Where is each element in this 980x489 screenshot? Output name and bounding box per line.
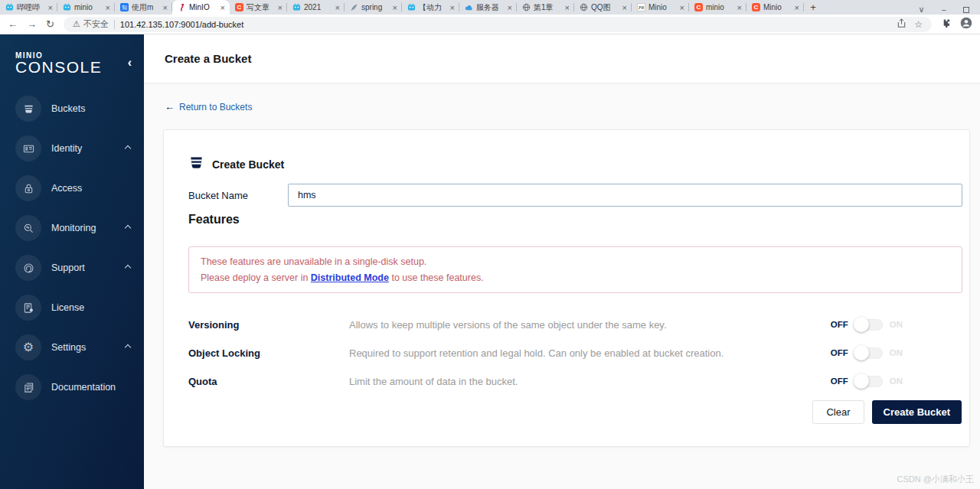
close-icon[interactable]: × xyxy=(737,3,743,12)
forward-button[interactable]: → xyxy=(27,18,37,30)
close-icon[interactable]: × xyxy=(47,3,54,12)
bucket-name-input[interactable] xyxy=(288,184,962,207)
chevron-up-icon xyxy=(125,145,131,152)
sidebar-collapse-icon[interactable]: ‹ xyxy=(128,56,132,70)
toggle-knob xyxy=(854,317,869,332)
back-arrow-icon: ← xyxy=(165,101,175,112)
create-bucket-button[interactable]: Create Bucket xyxy=(872,400,962,424)
tab-title: 【动力 xyxy=(419,2,446,13)
browser-tab[interactable]: C Minio × xyxy=(746,0,804,15)
close-icon[interactable]: × xyxy=(507,3,513,12)
close-icon[interactable]: × xyxy=(449,3,456,12)
zhihu-icon: 知 xyxy=(120,3,129,11)
monitoring-icon xyxy=(15,215,41,241)
bilibili-icon xyxy=(407,3,416,11)
browser-tab[interactable]: F8 Minio × xyxy=(632,0,689,15)
section-title: Create Bucket xyxy=(212,158,284,171)
main-content: Create a Bucket ← Return to Buckets Crea… xyxy=(144,34,980,489)
browser-tab[interactable]: QQ图 × xyxy=(574,0,632,15)
share-icon[interactable] xyxy=(897,18,906,30)
avatar[interactable] xyxy=(960,17,972,32)
sidebar-item-access[interactable]: Access xyxy=(0,168,144,208)
csdn-icon: C xyxy=(235,3,243,11)
sidebar-item-buckets[interactable]: Buckets xyxy=(0,89,144,129)
close-icon[interactable]: × xyxy=(162,3,168,12)
sidebar-item-support[interactable]: Support xyxy=(0,248,144,288)
close-icon[interactable]: × xyxy=(335,3,341,12)
warning-line-1: These features are unavailable in a sing… xyxy=(201,254,950,270)
license-icon xyxy=(15,295,41,321)
support-icon xyxy=(15,255,41,281)
bilibili-icon xyxy=(5,3,14,11)
close-icon[interactable]: × xyxy=(392,3,398,12)
quota-toggle[interactable] xyxy=(855,376,883,387)
sidebar-item-documentation[interactable]: Documentation xyxy=(0,367,144,407)
tab-title: Minio xyxy=(648,3,676,11)
close-icon[interactable]: × xyxy=(794,3,800,12)
close-icon[interactable]: × xyxy=(679,3,685,12)
close-icon[interactable]: × xyxy=(622,3,628,12)
browser-tab-active[interactable]: MinIO × xyxy=(172,0,230,15)
close-icon[interactable]: × xyxy=(277,3,283,12)
sidebar-item-label: License xyxy=(51,302,84,313)
browser-tab[interactable]: 第1章 × xyxy=(517,0,574,15)
browser-tab[interactable]: 知 使用m × xyxy=(115,0,172,15)
extensions-puzzle-icon[interactable] xyxy=(941,18,951,31)
reload-button[interactable]: ↻ xyxy=(46,18,54,30)
browser-tab[interactable]: minio × xyxy=(57,0,115,15)
toggle-on-label: ON xyxy=(890,377,903,386)
restore-window-button[interactable] xyxy=(963,7,969,13)
toggle-on-label: ON xyxy=(890,348,903,357)
sidebar-item-label: Buckets xyxy=(51,103,85,114)
toggle-off-label: OFF xyxy=(831,320,848,329)
page-title: Create a Bucket xyxy=(165,52,251,65)
tab-title: QQ图 xyxy=(591,2,619,13)
lock-icon xyxy=(15,175,41,201)
feature-row-versioning: Versioning Allows to keep multiple versi… xyxy=(188,313,962,336)
feature-row-object-locking: Object Locking Required to support reten… xyxy=(188,341,962,364)
minio-flamingo-icon xyxy=(178,3,186,11)
sidebar-item-settings[interactable]: ⚙ Settings xyxy=(0,328,144,367)
sidebar-item-monitoring[interactable]: Monitoring xyxy=(0,208,144,248)
back-link-label: Return to Buckets xyxy=(179,102,252,112)
browser-tab[interactable]: 服务器 × xyxy=(459,0,517,15)
toggle-off-label: OFF xyxy=(831,348,848,357)
chevron-up-icon xyxy=(125,225,131,231)
documentation-icon xyxy=(15,374,41,400)
toggle-on-label: ON xyxy=(890,320,903,329)
browser-address-bar: ← → ↻ ⚠ 不安全 101.42.135.107:9001/add-buck… xyxy=(0,15,980,34)
bookmark-star-icon[interactable]: ☆ xyxy=(914,19,923,30)
back-button[interactable]: ← xyxy=(8,18,18,30)
versioning-toggle[interactable] xyxy=(855,319,883,331)
sidebar-item-label: Support xyxy=(51,262,85,273)
security-status[interactable]: ⚠ 不安全 xyxy=(73,18,109,30)
tab-title: 服务器 xyxy=(476,2,504,13)
object-locking-toggle[interactable] xyxy=(855,347,883,359)
single-disk-warning: These features are unavailable in a sing… xyxy=(188,246,962,293)
return-to-buckets-link[interactable]: ← Return to Buckets xyxy=(165,101,980,112)
browser-tab[interactable]: 哔哩哔 × xyxy=(0,0,57,15)
bilibili-icon xyxy=(63,3,71,11)
tab-title: 哔哩哔 xyxy=(17,2,44,13)
page-header: Create a Bucket xyxy=(144,34,980,83)
distributed-mode-link[interactable]: Distributed Mode xyxy=(311,272,389,283)
tab-search-icon[interactable]: ∨ xyxy=(919,5,925,15)
browser-tab[interactable]: spring × xyxy=(345,0,402,15)
close-icon[interactable]: × xyxy=(220,3,226,12)
browser-tab[interactable]: C 写文章 × xyxy=(230,0,287,15)
feature-description: Limit the amount of data in the bucket. xyxy=(349,376,831,387)
new-tab-button[interactable]: + xyxy=(804,0,822,15)
tab-title: 使用m xyxy=(132,2,159,13)
close-icon[interactable]: × xyxy=(564,3,570,12)
browser-tab[interactable]: 【动力 × xyxy=(402,0,459,15)
sidebar-item-label: Monitoring xyxy=(51,223,96,233)
toggle-off-label: OFF xyxy=(831,377,848,386)
sidebar-item-license[interactable]: License xyxy=(0,288,144,328)
close-icon[interactable]: × xyxy=(105,3,111,12)
clear-button[interactable]: Clear xyxy=(812,400,864,424)
browser-tab[interactable]: 2021 × xyxy=(287,0,345,15)
minimize-button[interactable]: − xyxy=(942,5,946,15)
browser-tab[interactable]: C minio × xyxy=(689,0,746,15)
sidebar-item-identity[interactable]: Identity xyxy=(0,129,144,168)
url-bar[interactable]: ⚠ 不安全 101.42.135.107:9001/add-bucket ☆ xyxy=(64,17,932,32)
